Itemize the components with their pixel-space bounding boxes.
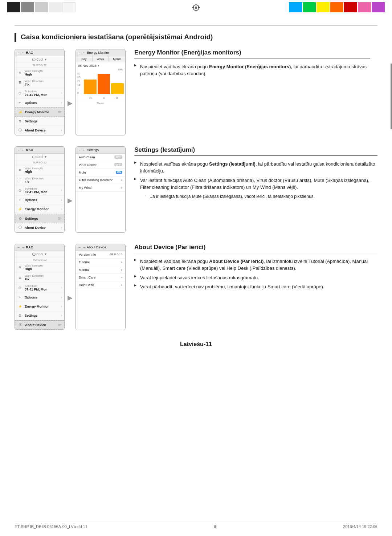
virus-doctor-toggle[interactable]: OFF (114, 163, 122, 166)
ws-value-a: High (25, 267, 42, 271)
x-label-05: 05 (116, 97, 118, 99)
gear-icon-s: ⚙ (17, 216, 23, 222)
help-desk-row[interactable]: Help Desk › (76, 281, 125, 289)
page-footer: ET SHP IB_DB68-06156A-00_LV.indd 11 ⊕ 20… (15, 521, 377, 529)
sub-bullet-1: Ja ir ieslēgta funkcija Mute (Skaņas izs… (145, 192, 377, 200)
energy-label-a: Energy Monitor (25, 305, 49, 308)
turbo-label-a: TURBO 22 (15, 257, 64, 263)
wind-strength-row-s: ≋ Wind strength High (15, 165, 64, 175)
y-label-35: 35 (77, 72, 80, 75)
arrow-energy: ▶ (67, 71, 73, 135)
swatch-gray (21, 2, 34, 12)
bullet-list-settings: Nospiediet vadības ekrāna pogu Settings … (134, 159, 377, 202)
gear-icon-a: ⚙ (17, 313, 23, 318)
swatch-pink (358, 2, 371, 12)
chev-s2: › (61, 198, 62, 202)
y-label-14: 14 (77, 84, 80, 86)
side-tab: 02 PAMATFUNKCIJAS (391, 64, 392, 129)
energy-chart: 0 7 14 21 28 35 (76, 71, 125, 100)
about-row-active[interactable]: ⓘ About Device ☞ (15, 320, 64, 330)
swatch-lightgray (35, 2, 48, 12)
bullet-list-energy: Nospiediet vadības ekrāna pogu Energy Mo… (134, 62, 370, 78)
manual-row[interactable]: Manual › (76, 266, 125, 274)
chart-y-labels: 0 7 14 21 28 35 (77, 72, 80, 94)
bar-05 (111, 83, 124, 94)
bullet-about-3: Varat pārbaudīt, vai ierīcei nav problēm… (134, 282, 377, 292)
opt-icon-s: + (17, 197, 23, 203)
phone-rac-header: ← ← RAC (15, 49, 64, 56)
schedule-row-s: ◷ Schedule 07:41 PM, Mon › (15, 186, 64, 196)
wind-direction-value: Fix (25, 83, 44, 86)
tab-day[interactable]: Day (76, 56, 93, 62)
back-arrow-settings: ← (78, 148, 81, 152)
swatch-yellow (317, 2, 330, 12)
smart-care-chevron: › (121, 276, 122, 279)
phone-rac-title-s: ← RAC (22, 148, 33, 152)
schedule-icon: ◷ (17, 90, 23, 96)
energy-icon-a: ⚡ (17, 304, 23, 309)
mute-label: Mute (79, 171, 86, 174)
settings-screen-header: ← ← Settings (76, 147, 125, 154)
settings-row-active[interactable]: ⚙ Settings ☞ (15, 214, 64, 223)
hand-cursor-a: ☞ (58, 322, 62, 328)
tutorial-row[interactable]: Tutorial › (76, 259, 125, 266)
bullet-energy-1: Nospiediet vadības ekrāna pogu Energy Mo… (134, 62, 370, 78)
sched-row-a: ◷ Schedule 07:41 PM, Mon › (15, 283, 64, 293)
energy-icon: ⚡ (17, 109, 23, 115)
bold-energy: Energy Monitor (Enerģijas monitors) (209, 64, 291, 69)
tab-month[interactable]: Month (109, 56, 125, 62)
virus-doctor-label: Virus Doctor (79, 163, 97, 167)
settings-label-a: Settings (25, 314, 38, 317)
gear-icon: ⚙ (17, 118, 23, 124)
x-label-03: 03 (89, 97, 92, 99)
auto-clean-toggle[interactable]: OFF (114, 155, 122, 159)
wind-strength-label: Wind strength (25, 69, 42, 73)
energy-monitor-row-active[interactable]: ⚡ Energy Monitor ☞ (15, 107, 64, 117)
my-wind-label: My Wind (79, 186, 91, 190)
energy-screen-title: ← Energy Monitor (83, 51, 109, 54)
settings-row: ⚙ Settings (15, 117, 64, 126)
ws-value-s: High (25, 170, 42, 174)
phone-mode-row-s: ⏻ Cool ▼ (15, 154, 64, 160)
energy-date: 05 Nov 2015 › (76, 62, 125, 68)
schedule-label: Schedule (25, 90, 48, 93)
tab-week[interactable]: Week (93, 56, 109, 62)
section-heading-settings: Settings (Iestatījumi) (134, 146, 377, 156)
target-icon (191, 3, 201, 12)
tab-bar: Day Week Month (76, 56, 125, 62)
swatch-purple (372, 2, 385, 12)
wd-value-a: Fix (25, 277, 44, 281)
bar-04 (98, 74, 110, 94)
power-icon-a: ⏻ (32, 252, 36, 256)
sched-icon-s: ◷ (17, 187, 23, 193)
schedule-row: ◷ Schedule 07:41 PM, Mon › (15, 88, 64, 98)
reset-button[interactable]: Reset (76, 100, 125, 106)
swatch-orange (330, 2, 343, 12)
bold-about-1: About Device (Par ierīci) (209, 259, 264, 264)
bar-03 (84, 80, 97, 94)
opt-label-s: Options (25, 198, 37, 202)
wd-label-a: Wind Direction (25, 274, 44, 277)
smart-care-row[interactable]: Smart Care › (76, 274, 125, 281)
settings-screen: ← ← Settings Auto Clean OFF Virus Doctor… (75, 146, 126, 233)
x-label-04: 04 (103, 97, 105, 99)
bar-04-fill (98, 74, 110, 94)
chevron-icon-3: › (61, 129, 62, 132)
chev-s4: › (61, 226, 62, 230)
y-label-28: 28 (77, 76, 80, 78)
wind-icon: ≋ (17, 70, 23, 76)
sub-bullet-settings: Ja ir ieslēgta funkcija Mute (Skaņas izs… (140, 192, 377, 200)
version-label: Version Info (79, 253, 96, 256)
sched-label-a: Schedule (25, 284, 48, 288)
turbo-label-s: TURBO 22 (15, 160, 64, 165)
tutorial-chevron: › (121, 260, 122, 264)
bullet-about-1: Nospiediet vadības ekrāna pogu About Dev… (134, 257, 377, 273)
auto-clean-row: Auto Clean OFF (76, 154, 125, 161)
wd-value-s: Fix (25, 180, 44, 184)
mute-toggle[interactable]: ON (116, 171, 123, 174)
info-icon-a: ⓘ (17, 322, 23, 328)
settings-active-label: Settings (25, 217, 38, 220)
dir-icon-a: ☰ (17, 275, 23, 280)
wind-direction-row: ☰ Wind Direction Fix (15, 78, 64, 88)
settings-label: Settings (25, 119, 38, 123)
